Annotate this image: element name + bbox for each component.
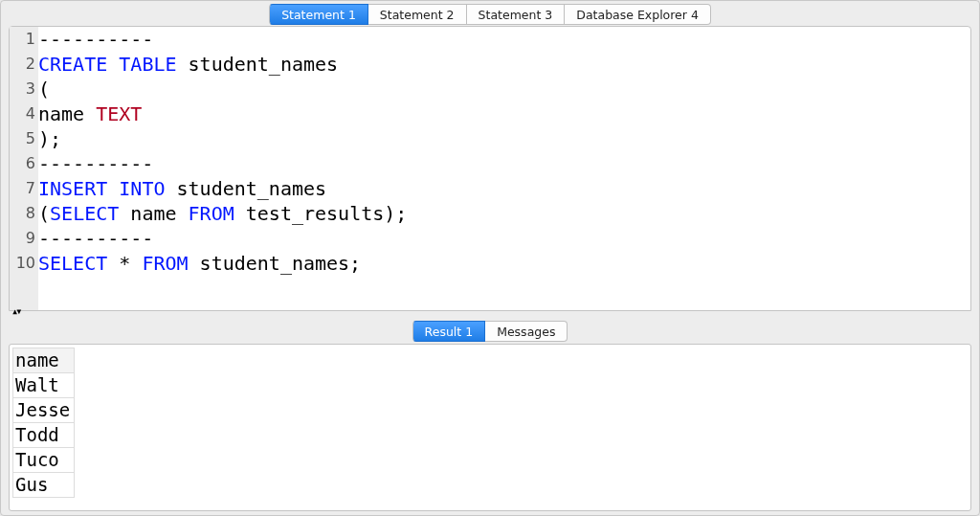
code-line[interactable]: ----------	[38, 226, 970, 251]
cell[interactable]: Tuco	[13, 448, 75, 473]
table-row[interactable]: Jesse	[13, 398, 75, 423]
tab-statement-2[interactable]: Statement 2	[368, 4, 467, 25]
token-txt	[107, 53, 119, 76]
token-txt: name	[38, 102, 96, 125]
code-line[interactable]: ----------	[38, 151, 970, 176]
token-kw: INSERT	[38, 177, 107, 200]
cell[interactable]: Gus	[13, 473, 75, 498]
cell[interactable]: Jesse	[13, 398, 75, 423]
token-kw: FROM	[142, 252, 188, 275]
line-number: 7	[10, 176, 35, 201]
tab-result-2[interactable]: Messages	[485, 321, 568, 342]
token-kw: SELECT	[38, 252, 107, 275]
code-line[interactable]: SELECT * FROM student_names;	[38, 251, 970, 276]
token-kw: SELECT	[50, 202, 119, 225]
splitter-handle-icon: ▴▾	[11, 307, 19, 315]
code-line[interactable]: CREATE TABLE student_names	[38, 52, 970, 77]
token-txt: test_results);	[234, 202, 408, 225]
horizontal-splitter[interactable]: ▴▾	[9, 311, 971, 321]
table-row[interactable]: Todd	[13, 423, 75, 448]
tab-result-1[interactable]: Result 1	[412, 321, 486, 342]
token-txt: student_names	[165, 177, 326, 200]
token-txt: student_names;	[189, 252, 362, 275]
tab-statement-4[interactable]: Database Explorer 4	[565, 4, 711, 25]
header-row: name	[13, 348, 75, 373]
table-row[interactable]: Tuco	[13, 448, 75, 473]
code-line[interactable]: (SELECT name FROM test_results);	[38, 201, 970, 226]
column-header[interactable]: name	[13, 348, 75, 373]
cell[interactable]: Todd	[13, 423, 75, 448]
code-line[interactable]: );	[38, 126, 970, 151]
token-txt	[107, 177, 119, 200]
token-txt: *	[107, 252, 142, 275]
token-txt: );	[38, 127, 61, 150]
token-txt: (	[38, 78, 50, 101]
tab-statement-3[interactable]: Statement 3	[467, 4, 566, 25]
token-txt: student_names	[177, 53, 339, 76]
token-kw: TABLE	[119, 53, 176, 76]
line-number: 4	[10, 101, 35, 126]
statement-tabbar: Statement 1Statement 2Statement 3Databas…	[1, 1, 979, 26]
code-line[interactable]: name TEXT	[38, 101, 970, 126]
table-row[interactable]: Gus	[13, 473, 75, 498]
cell[interactable]: Walt	[13, 373, 75, 398]
result-tabgroup: Result 1Messages	[412, 321, 568, 342]
sql-editor-pane: 12345678910 ----------CREATE TABLE stude…	[9, 26, 971, 311]
code-line[interactable]: (	[38, 77, 970, 101]
code-area[interactable]: ----------CREATE TABLE student_names(nam…	[38, 27, 970, 310]
line-number: 8	[10, 201, 35, 226]
sql-tool-window: Statement 1Statement 2Statement 3Databas…	[0, 0, 980, 516]
line-number: 3	[10, 77, 35, 101]
token-txt: ----------	[38, 28, 153, 51]
table-row[interactable]: Walt	[13, 373, 75, 398]
code-line[interactable]: ----------	[38, 27, 970, 52]
result-pane: nameWaltJesseToddTucoGus	[9, 344, 971, 511]
line-number-gutter: 12345678910	[10, 27, 38, 310]
statement-tabgroup: Statement 1Statement 2Statement 3Databas…	[269, 4, 711, 25]
token-kw: CREATE	[38, 53, 107, 76]
tab-statement-1[interactable]: Statement 1	[269, 4, 368, 25]
result-grid[interactable]: nameWaltJesseToddTucoGus	[12, 348, 75, 498]
code-line[interactable]: INSERT INTO student_names	[38, 176, 970, 201]
line-number: 10	[10, 251, 35, 276]
result-tabbar: Result 1Messages	[1, 321, 979, 344]
token-txt: ----------	[38, 227, 153, 250]
token-kw: INTO	[119, 177, 165, 200]
token-txt: name	[119, 202, 188, 225]
sql-editor[interactable]: 12345678910 ----------CREATE TABLE stude…	[10, 27, 970, 310]
line-number: 6	[10, 151, 35, 176]
token-txt: ----------	[38, 152, 153, 175]
token-type: TEXT	[96, 102, 142, 125]
line-number: 9	[10, 226, 35, 251]
line-number: 1	[10, 27, 35, 52]
line-number: 2	[10, 52, 35, 77]
token-kw: FROM	[189, 202, 234, 225]
token-txt: (	[38, 202, 50, 225]
line-number: 5	[10, 126, 35, 151]
